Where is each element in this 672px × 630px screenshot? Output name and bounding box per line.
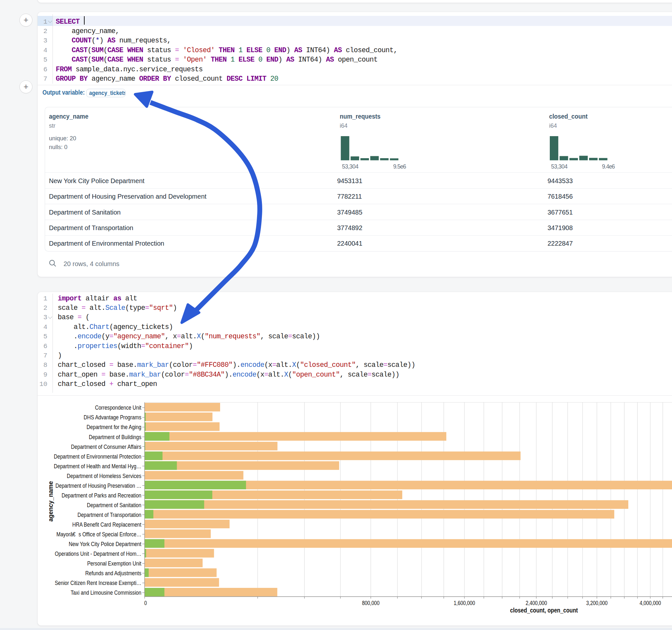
svg-text:800,000: 800,000 bbox=[362, 600, 380, 606]
svg-text:Department of Parks and Recrea: Department of Parks and Recreation bbox=[62, 492, 141, 499]
svg-text:Taxi and Limousine Commission: Taxi and Limousine Commission bbox=[71, 589, 141, 596]
svg-text:Department of Transportation: Department of Transportation bbox=[77, 512, 141, 518]
svg-text:53,304: 53,304 bbox=[342, 163, 359, 170]
svg-text:Department of Health and Menta: Department of Health and Mental Hyg… bbox=[54, 463, 141, 469]
svg-text:Refunds and Adjustments: Refunds and Adjustments bbox=[85, 570, 141, 577]
svg-text:closed_count, open_count: closed_count, open_count bbox=[510, 607, 578, 614]
svg-text:Operations Unit - Department o: Operations Unit - Department of Hom… bbox=[55, 551, 141, 557]
svg-text:Mayorâ€ s Office of Special: Mayorâ€ s Office of Special Enforce… bbox=[56, 531, 141, 538]
svg-text:DHS Advantage Programs: DHS Advantage Programs bbox=[83, 414, 141, 421]
svg-text:1,600,000: 1,600,000 bbox=[454, 600, 475, 606]
svg-text:Department of Homeless Service: Department of Homeless Services bbox=[67, 473, 141, 479]
svg-text:Department of Sanitation: Department of Sanitation bbox=[87, 502, 141, 508]
svg-text:HRA Benefit Card Replacement: HRA Benefit Card Replacement bbox=[72, 522, 141, 528]
svg-text:Department of Buildings: Department of Buildings bbox=[89, 434, 141, 440]
svg-text:New York City Police Departmen: New York City Police Department bbox=[69, 541, 141, 547]
svg-text:9.5e6: 9.5e6 bbox=[393, 163, 406, 170]
svg-text:53,304: 53,304 bbox=[551, 163, 568, 170]
svg-text:Correspondence Unit: Correspondence Unit bbox=[95, 405, 141, 411]
svg-text:9.4e6: 9.4e6 bbox=[602, 163, 615, 170]
svg-text:Department of Housing Preserva: Department of Housing Preservation … bbox=[55, 483, 141, 489]
svg-text:0: 0 bbox=[144, 600, 147, 606]
svg-text:Department for the Aging: Department for the Aging bbox=[87, 424, 141, 430]
svg-text:Department of Consumer Affairs: Department of Consumer Affairs bbox=[71, 444, 141, 450]
svg-text:4,000,000: 4,000,000 bbox=[640, 600, 661, 606]
svg-text:2,400,000: 2,400,000 bbox=[526, 600, 547, 606]
svg-text:Department of Environmental Pr: Department of Environmental Protection bbox=[54, 453, 141, 460]
svg-text:Personal Exemption Unit: Personal Exemption Unit bbox=[87, 560, 141, 567]
svg-text:Senior Citizen Rent Increase E: Senior Citizen Rent Increase Exempti… bbox=[55, 580, 141, 586]
svg-text:agency_name: agency_name bbox=[47, 481, 54, 522]
svg-text:3,200,000: 3,200,000 bbox=[586, 600, 607, 606]
